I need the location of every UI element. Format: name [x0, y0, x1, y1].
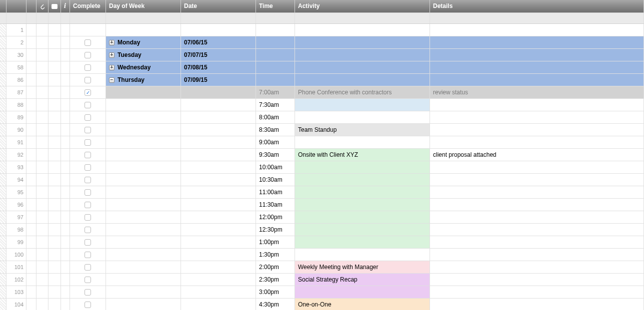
time-cell[interactable]: 11:00am [256, 186, 295, 198]
cell[interactable] [36, 236, 48, 248]
activity-cell[interactable] [295, 136, 430, 148]
row-handle[interactable] [0, 98, 6, 111]
complete-cell[interactable] [70, 261, 106, 273]
details-cell[interactable] [430, 298, 644, 310]
checkbox-icon[interactable] [84, 39, 91, 46]
activity-cell[interactable] [295, 198, 430, 211]
date-cell[interactable]: 07/08/15 [181, 61, 256, 73]
header-info[interactable]: i [61, 0, 70, 12]
cell[interactable] [26, 148, 36, 161]
cell[interactable] [61, 236, 70, 248]
checkbox-icon[interactable] [84, 114, 91, 121]
table-row[interactable]: 9712:00pm [0, 211, 644, 223]
cell[interactable] [48, 298, 61, 310]
day-cell[interactable] [106, 161, 181, 173]
complete-cell[interactable] [70, 198, 106, 211]
header-rownum[interactable] [6, 0, 26, 12]
time-cell[interactable]: 3:00pm [256, 286, 295, 298]
day-header-row[interactable]: 2+Monday07/06/15 [0, 36, 644, 48]
activity-cell[interactable]: Phone Conference with contractors [295, 86, 430, 98]
day-cell[interactable] [106, 236, 181, 248]
details-cell[interactable] [430, 198, 644, 211]
checkbox-icon[interactable] [84, 302, 91, 308]
day-cell[interactable] [106, 248, 181, 261]
details-cell[interactable] [430, 136, 644, 148]
time-cell[interactable] [256, 23, 295, 36]
row-handle[interactable] [0, 248, 6, 261]
cell[interactable] [61, 111, 70, 123]
complete-cell[interactable]: ✓ [70, 86, 106, 98]
complete-cell[interactable] [70, 148, 106, 161]
row-handle[interactable] [0, 86, 6, 98]
cell[interactable] [48, 173, 61, 186]
details-cell[interactable] [430, 161, 644, 173]
day-cell[interactable]: +Wednesday [106, 61, 181, 73]
table-row[interactable]: 1044:30pmOne-on-One [0, 298, 644, 310]
cell[interactable] [36, 73, 48, 86]
date-cell[interactable]: 07/09/15 [181, 73, 256, 86]
row-handle[interactable] [0, 186, 6, 198]
activity-cell[interactable] [295, 23, 430, 36]
cell[interactable] [61, 286, 70, 298]
day-cell[interactable]: −Thursday [106, 73, 181, 86]
checkbox-icon[interactable] [84, 102, 91, 108]
cell[interactable] [61, 186, 70, 198]
completed-row[interactable]: 87✓7:00amPhone Conference with contracto… [0, 86, 644, 98]
cell[interactable] [26, 211, 36, 223]
cell[interactable] [61, 23, 70, 36]
cell[interactable] [61, 261, 70, 273]
date-cell[interactable] [181, 86, 256, 98]
cell[interactable] [26, 23, 36, 36]
activity-cell[interactable]: Team Standup [295, 123, 430, 136]
cell[interactable] [48, 136, 61, 148]
checkbox-icon[interactable] [84, 177, 91, 183]
row-handle[interactable] [0, 236, 6, 248]
date-cell[interactable]: 07/06/15 [181, 36, 256, 48]
date-cell[interactable]: 07/07/15 [181, 48, 256, 61]
complete-cell[interactable] [70, 236, 106, 248]
cell[interactable] [26, 223, 36, 236]
date-cell[interactable] [181, 23, 256, 36]
row-handle[interactable] [0, 298, 6, 310]
cell[interactable] [36, 98, 48, 111]
details-cell[interactable] [430, 61, 644, 73]
cell[interactable] [36, 261, 48, 273]
checkbox-icon[interactable] [84, 164, 91, 171]
activity-cell[interactable]: Weekly Meeting with Manager [295, 261, 430, 273]
cell[interactable] [36, 273, 48, 286]
cell[interactable] [61, 136, 70, 148]
details-cell[interactable]: review status [430, 86, 644, 98]
checkbox-icon[interactable] [84, 64, 91, 71]
complete-cell[interactable] [70, 136, 106, 148]
row-handle[interactable] [0, 223, 6, 236]
header-attachment[interactable] [36, 0, 48, 12]
activity-cell[interactable] [295, 36, 430, 48]
time-cell[interactable]: 9:00am [256, 136, 295, 148]
table-row[interactable]: 9611:30am [0, 198, 644, 211]
cell[interactable] [26, 136, 36, 148]
checkbox-icon[interactable] [84, 214, 91, 221]
row-handle[interactable] [0, 261, 6, 273]
cell[interactable] [36, 86, 48, 98]
complete-cell[interactable] [70, 36, 106, 48]
day-cell[interactable] [106, 98, 181, 111]
checkbox-icon[interactable] [84, 202, 91, 208]
activity-cell[interactable]: One-on-One [295, 298, 430, 310]
details-cell[interactable] [430, 236, 644, 248]
activity-cell[interactable] [295, 161, 430, 173]
cell[interactable] [48, 36, 61, 48]
activity-cell[interactable] [295, 61, 430, 73]
table-row[interactable]: 9410:30am [0, 173, 644, 186]
complete-cell[interactable] [70, 223, 106, 236]
cell[interactable] [48, 23, 61, 36]
header-time[interactable]: Time [256, 0, 295, 12]
cell[interactable] [61, 211, 70, 223]
time-cell[interactable] [256, 36, 295, 48]
cell[interactable] [36, 48, 48, 61]
cell[interactable] [48, 223, 61, 236]
details-cell[interactable] [430, 23, 644, 36]
cell[interactable] [48, 148, 61, 161]
details-cell[interactable] [430, 286, 644, 298]
cell[interactable] [61, 61, 70, 73]
cell[interactable] [36, 298, 48, 310]
